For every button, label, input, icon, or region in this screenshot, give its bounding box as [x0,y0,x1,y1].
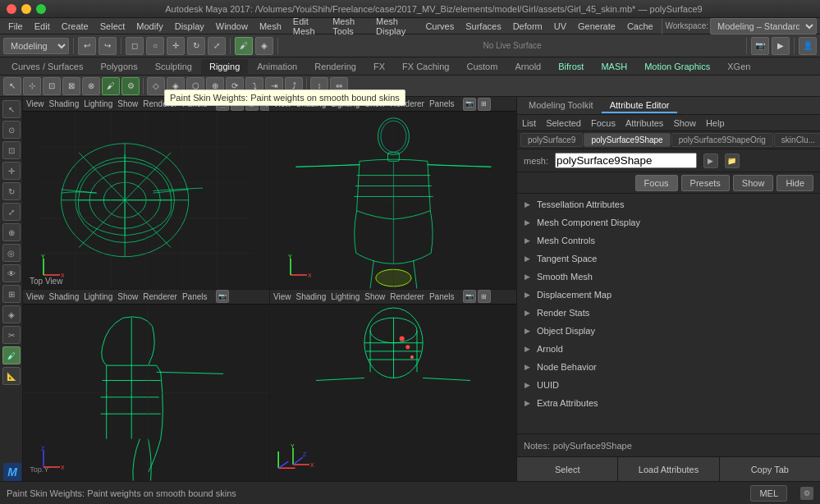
tool-5[interactable]: ⊗ [82,77,100,95]
vp-grid-icon-tr[interactable]: ⊞ [478,98,491,111]
lt-show-hide[interactable]: 👁 [2,264,21,282]
menu-mesh[interactable]: Mesh [254,20,286,33]
vp-panels-btn-br[interactable]: Panels [429,292,455,301]
ae-copy-tab-button[interactable]: Copy Tab [720,457,820,481]
ae-load-attributes-button[interactable]: Load Attributes [618,457,719,481]
vp-panels-btn-bl[interactable]: Panels [182,292,208,301]
tab-curves-surfaces[interactable]: Curves / Surfaces [3,59,91,74]
workspace-dropdown[interactable]: Modeling – Standard [710,18,817,34]
ae-node-tab-1[interactable]: polySurface9Shape [584,133,670,147]
tool-4[interactable]: ⊠ [62,77,80,95]
ae-presets-button[interactable]: Presets [681,175,730,191]
menu-select[interactable]: Select [95,20,131,33]
menu-surfaces[interactable]: Surfaces [460,20,506,33]
tab-mash[interactable]: MASH [593,59,635,74]
vp-view-btn[interactable]: View [26,99,44,108]
tool-2[interactable]: ⊹ [23,77,41,95]
menu-window[interactable]: Window [211,20,253,33]
ae-attr-displacement-map[interactable]: ▶ Displacement Map [517,286,820,304]
close-button[interactable] [7,4,16,14]
undo-btn[interactable]: ↩ [78,37,96,55]
ae-attributes-btn[interactable]: Attributes [625,118,663,128]
minimize-button[interactable] [21,4,31,14]
viewport-bottomright[interactable]: View Shading Lighting Show Renderer Pane… [270,290,516,482]
vp-renderer-btn-br[interactable]: Renderer [390,292,424,301]
tab-arnold[interactable]: Arnold [506,59,549,74]
statusbar-settings-icon[interactable]: ⚙ [800,487,813,500]
vp-content-bottomright[interactable]: X Y Z [270,305,516,482]
tab-xgen[interactable]: XGen [719,59,758,74]
vp-view-btn-br[interactable]: View [273,292,291,301]
tool-6[interactable]: ◇ [147,77,165,95]
soft-mod-btn[interactable]: ◈ [255,37,273,55]
maximize-button[interactable] [36,4,46,14]
lt-snap[interactable]: ⊞ [2,285,21,303]
ae-attr-tangent-space[interactable]: ▶ Tangent Space [517,250,820,268]
menu-edit-mesh[interactable]: Edit Mesh [288,15,326,38]
vp-lighting-btn[interactable]: Lighting [84,99,112,108]
user-btn[interactable]: 👤 [799,37,817,55]
vp-content-topright[interactable]: X Y [270,112,516,289]
module-dropdown[interactable]: Modeling [3,38,69,54]
vp-grid-icon-br[interactable]: ⊞ [478,290,491,303]
camera-btn[interactable]: 📷 [751,37,769,55]
tab-rigging[interactable]: Rigging [201,59,248,74]
vp-shading-btn[interactable]: Shading [49,99,80,108]
lasso-tool[interactable]: ○ [146,37,164,55]
lt-lasso[interactable]: ⊙ [2,121,21,139]
tab-polygons[interactable]: Polygons [92,59,145,74]
scale-tool[interactable]: ⤢ [208,37,226,55]
lt-sculpt[interactable]: ◈ [2,305,21,323]
lt-rotate[interactable]: ↻ [2,182,21,200]
rotate-tool[interactable]: ↻ [187,37,205,55]
ae-attr-object-display[interactable]: ▶ Object Display [517,322,820,340]
vp-view-btn-bl[interactable]: View [26,292,44,301]
lt-soft[interactable]: ◎ [2,244,21,262]
vp-show-btn-br[interactable]: Show [364,292,385,301]
ae-select-button[interactable]: Select [517,457,618,481]
vp-cam-icon-bl[interactable]: 📷 [216,290,229,303]
tab-fx[interactable]: FX [365,59,393,74]
ae-selected-btn[interactable]: Selected [546,118,581,128]
vp-shading-btn-br[interactable]: Shading [296,292,327,301]
viewport-topleft[interactable]: View Shading Lighting Show Renderer Pane… [23,97,269,289]
vp-show-btn[interactable]: Show [117,99,138,108]
lt-move[interactable]: ✛ [2,162,21,180]
ae-attr-smooth-mesh[interactable]: ▶ Smooth Mesh [517,268,820,286]
tab-rendering[interactable]: Rendering [306,59,364,74]
ae-focus-button[interactable]: Focus [635,175,678,191]
lt-universal[interactable]: ⊕ [2,223,21,241]
menu-edit[interactable]: Edit [30,20,55,33]
lt-select[interactable]: ↖ [2,100,21,118]
vp-panels-btn-tr[interactable]: Panels [429,99,455,108]
ae-attr-tessellation[interactable]: ▶ Tessellation Attributes [517,195,820,213]
ae-tab-modeling-toolkit[interactable]: Modeling Toolkit [520,99,602,113]
ae-show-toolbar-btn[interactable]: Show [673,118,696,128]
ae-attr-mesh-component[interactable]: ▶ Mesh Component Display [517,213,820,231]
vp-shading-btn-bl[interactable]: Shading [49,292,80,301]
redo-btn[interactable]: ↪ [98,37,117,55]
ae-hide-button[interactable]: Hide [776,175,813,191]
tab-bifrost[interactable]: Bifrost [550,59,592,74]
ae-node-tab-2[interactable]: polySurface9ShapeOrig [671,133,773,147]
tab-motion-graphics[interactable]: Motion Graphics [636,59,718,74]
ae-mesh-input[interactable] [555,153,697,168]
ae-help-btn[interactable]: Help [706,118,725,128]
render-btn[interactable]: ▶ [772,37,790,55]
lt-cut[interactable]: ✂ [2,326,21,344]
ae-attr-arnold[interactable]: ▶ Arnold [517,340,820,358]
ae-list-btn[interactable]: List [522,118,536,128]
vp-cam-icon-br[interactable]: 📷 [463,290,476,303]
move-tool[interactable]: ✛ [167,37,185,55]
select-tool[interactable]: ◻ [126,37,144,55]
ae-show-button[interactable]: Show [733,175,774,191]
vp-show-btn-bl[interactable]: Show [117,292,138,301]
vp-content-bottomleft[interactable]: Top.Y X Z [23,305,269,482]
menu-uv[interactable]: UV [549,20,571,33]
ae-attr-extra[interactable]: ▶ Extra Attributes [517,394,820,412]
vp-lighting-btn-br[interactable]: Lighting [331,292,360,301]
lt-paint[interactable]: ⊡ [2,141,21,159]
viewport-topright[interactable]: View Shading Lighting Show Renderer Pane… [270,97,516,289]
menu-curves[interactable]: Curves [420,20,459,33]
tab-custom[interactable]: Custom [459,59,506,74]
